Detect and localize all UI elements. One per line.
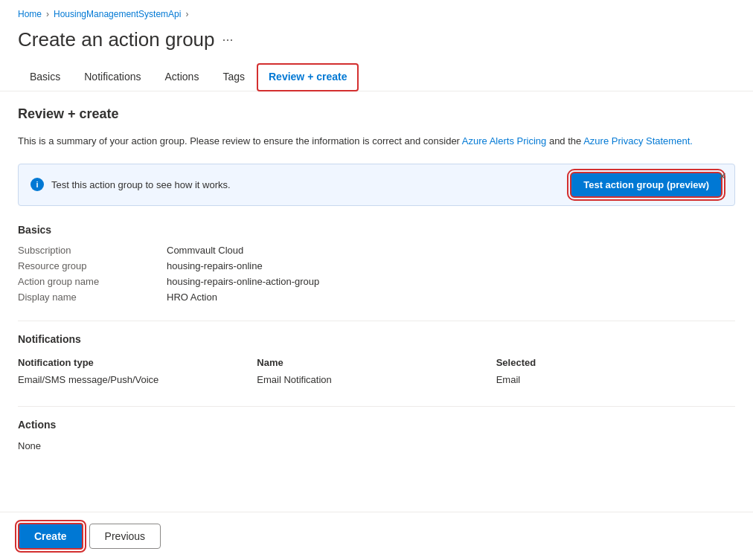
- basics-display-name-row: Display name HRO Action: [18, 292, 735, 303]
- previous-button[interactable]: Previous: [89, 524, 161, 549]
- basics-display-name-label: Display name: [18, 292, 167, 303]
- notifications-row-1: Email/SMS message/Push/Voice Email Notif…: [18, 371, 735, 388]
- footer: Create Previous: [0, 512, 753, 560]
- basics-action-group-name-label: Action group name: [18, 276, 167, 287]
- basics-resource-group-value: housing-repairs-online: [167, 260, 263, 271]
- notifications-title: Notifications: [18, 333, 735, 345]
- test-action-group-button[interactable]: Test action group (preview): [570, 172, 722, 198]
- breadcrumb-sep-1: ›: [46, 9, 49, 19]
- breadcrumb-home[interactable]: Home: [18, 9, 42, 19]
- tab-notifications[interactable]: Notifications: [72, 63, 153, 91]
- azure-alerts-link[interactable]: Azure Alerts Pricing: [462, 135, 546, 147]
- actions-value: None: [18, 440, 41, 451]
- basics-action-group-name-value: housing-repairs-online-action-group: [167, 276, 319, 287]
- create-button[interactable]: Create: [18, 523, 83, 550]
- notif-selected-value: Email: [496, 371, 735, 388]
- notifications-section: Notifications Notification type Name Sel…: [18, 333, 735, 388]
- page-title-menu-icon[interactable]: ···: [222, 32, 234, 48]
- summary-text-body: This is a summary of your action group. …: [18, 135, 462, 147]
- info-icon: i: [31, 178, 44, 191]
- basics-resource-group-label: Resource group: [18, 260, 167, 271]
- notif-name-value: Email Notification: [257, 371, 496, 388]
- basics-title: Basics: [18, 224, 735, 236]
- summary-text: This is a summary of your action group. …: [18, 134, 735, 149]
- basics-subscription-value: Commvault Cloud: [167, 245, 243, 256]
- notifications-table: Notification type Name Selected Email/SM…: [18, 354, 735, 388]
- basics-subscription-row: Subscription Commvault Cloud: [18, 245, 735, 256]
- basics-display-name-value: HRO Action: [167, 292, 217, 303]
- divider-2: [18, 406, 735, 407]
- breadcrumb-sep-2: ›: [185, 9, 188, 19]
- main-content: Review + create This is a summary of you…: [0, 91, 753, 484]
- divider-1: [18, 321, 735, 321]
- and-text: and the: [549, 135, 583, 147]
- review-create-heading: Review + create: [18, 106, 735, 122]
- actions-title: Actions: [18, 419, 735, 431]
- azure-privacy-link[interactable]: Azure Privacy Statement.: [583, 135, 693, 147]
- info-banner-text: Test this action group to see how it wor…: [51, 179, 563, 190]
- tab-review-create[interactable]: Review + create: [257, 63, 359, 91]
- notif-col-selected: Selected: [496, 354, 735, 371]
- info-banner: i Test this action group to see how it w…: [18, 164, 735, 206]
- breadcrumb-api[interactable]: HousingManagementSystemApi: [54, 9, 181, 19]
- info-banner-close-button[interactable]: ✕: [718, 170, 727, 182]
- basics-subscription-label: Subscription: [18, 245, 167, 256]
- tab-tags[interactable]: Tags: [211, 63, 257, 91]
- tab-actions[interactable]: Actions: [153, 63, 211, 91]
- page-title-row: Create an action group ···: [0, 25, 753, 63]
- notif-col-type: Notification type: [18, 354, 257, 371]
- notifications-table-header: Notification type Name Selected: [18, 354, 735, 371]
- tab-basics[interactable]: Basics: [18, 63, 72, 91]
- basics-resource-group-row: Resource group housing-repairs-online: [18, 260, 735, 271]
- notif-type-value: Email/SMS message/Push/Voice: [18, 371, 257, 388]
- actions-section: Actions None: [18, 419, 735, 451]
- basics-section: Basics Subscription Commvault Cloud Reso…: [18, 224, 735, 303]
- notif-col-name: Name: [257, 354, 496, 371]
- breadcrumb: Home › HousingManagementSystemApi ›: [0, 0, 753, 25]
- basics-action-group-name-row: Action group name housing-repairs-online…: [18, 276, 735, 287]
- page-title: Create an action group: [18, 28, 215, 51]
- tabs-bar: Basics Notifications Actions Tags Review…: [0, 63, 753, 91]
